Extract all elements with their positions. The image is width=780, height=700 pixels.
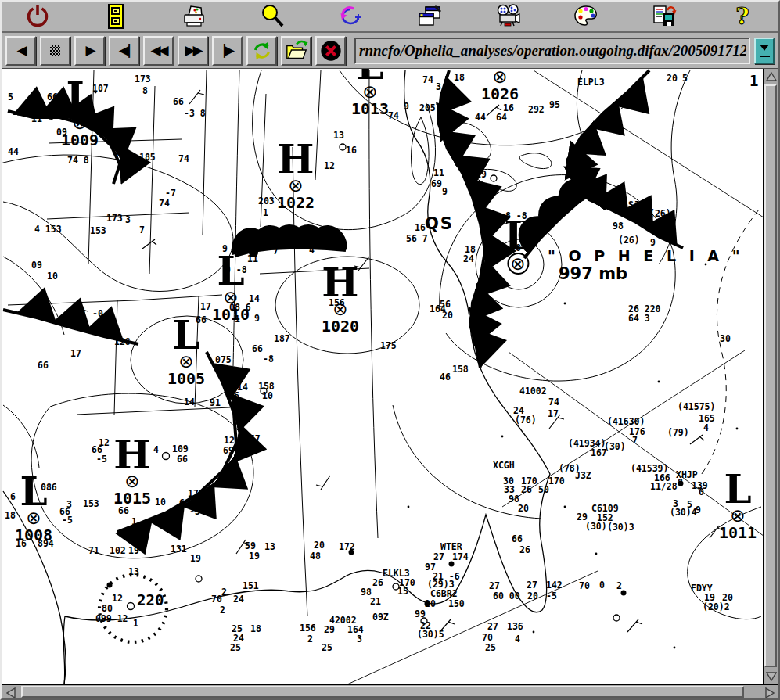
pressure-center: H⊗1020 <box>322 267 359 334</box>
palette-icon <box>573 4 598 29</box>
file-cabinet-icon <box>103 4 128 29</box>
pressure-center: L⊗1008 <box>15 476 52 543</box>
rotate-icon <box>338 4 363 29</box>
export-icon <box>652 4 677 29</box>
fast-forward-button[interactable]: ▶▶ <box>178 36 208 66</box>
scroll-up-button[interactable] <box>764 69 778 84</box>
frame-back-button[interactable]: ◀| <box>109 36 139 66</box>
weather-chart[interactable]: 566107173866-3 811094419218574 874-77417… <box>2 69 763 684</box>
reload-icon <box>250 39 274 63</box>
content-area: 566107173866-3 811094419218574 874-77417… <box>2 69 778 700</box>
windows-button[interactable] <box>414 2 445 31</box>
stop-button[interactable] <box>40 36 70 66</box>
rewind-button[interactable]: ◀◀ <box>143 36 174 66</box>
pressure-center: H⊗1015 <box>113 439 151 506</box>
open-file-button[interactable] <box>281 36 311 66</box>
pressure-center: L⊗ <box>504 220 531 275</box>
help-button[interactable]: ? <box>727 2 758 31</box>
fast-forward-icon: ▶▶ <box>185 44 200 57</box>
app-window: ? ◀ ▶ ◀| ◀◀ ▶▶ |▶ <box>0 0 780 700</box>
horizontal-scrollbar[interactable] <box>2 684 778 700</box>
frame-forward-button[interactable]: |▶ <box>212 36 243 66</box>
help-icon: ? <box>730 4 755 29</box>
colors-button[interactable] <box>570 2 602 31</box>
pressure-center: ⊗1026 <box>481 69 519 102</box>
storm-name-label: " O P H E L I A " <box>548 247 744 264</box>
rewind-icon: ◀◀ <box>150 44 166 57</box>
pressure-center: H⊗1022 <box>277 143 315 210</box>
stop-icon <box>50 45 60 56</box>
scroll-down-icon <box>766 672 777 681</box>
close-icon <box>319 39 343 63</box>
export-button[interactable] <box>649 2 680 31</box>
pressure-center: L⊗1009 <box>61 81 99 148</box>
pressure-centers-layer: L⊗1009L⊗1013⊗1026H⊗1022L⊗1010H⊗1020L⊗100… <box>2 69 763 684</box>
open-folder-icon <box>285 39 308 63</box>
pressure-center: L⊗1010 <box>212 255 250 322</box>
projector-icon <box>495 4 520 29</box>
step-reverse-button[interactable]: ◀ <box>5 36 36 66</box>
search-icon <box>260 4 285 29</box>
scroll-left-icon <box>6 687 16 698</box>
scroll-right-button[interactable] <box>760 685 779 700</box>
print-button[interactable] <box>178 2 210 31</box>
svg-text:?: ? <box>735 4 749 29</box>
horizontal-scroll-thumb[interactable] <box>21 686 744 698</box>
printer-icon <box>182 4 207 29</box>
dropdown-arrow-icon <box>760 45 769 56</box>
pressure-center: L⊗1013 <box>351 69 389 117</box>
windows-icon <box>417 4 442 29</box>
scroll-left-button[interactable] <box>2 685 20 700</box>
scroll-down-button[interactable] <box>764 669 778 684</box>
front-label: QS <box>425 214 454 233</box>
play-icon: ▶ <box>85 44 93 57</box>
reload-button[interactable] <box>246 36 277 66</box>
main-toolbar: ? <box>2 2 778 33</box>
path-dropdown-button[interactable] <box>754 38 775 64</box>
step-reverse-icon: ◀ <box>16 44 24 57</box>
power-button[interactable] <box>22 2 53 31</box>
rotate-button[interactable] <box>335 2 366 31</box>
scroll-up-icon <box>766 72 777 81</box>
scroll-right-icon <box>765 687 775 698</box>
vertical-scrollbar[interactable] <box>763 69 778 684</box>
nav-toolbar: ◀ ▶ ◀| ◀◀ ▶▶ |▶ <box>2 33 778 69</box>
frame-forward-icon: |▶ <box>222 44 232 57</box>
path-input[interactable] <box>354 38 750 64</box>
close-button[interactable] <box>315 36 346 66</box>
pressure-center: L⊗1005 <box>167 319 205 386</box>
pressure-center: L⊗1011 <box>719 473 757 540</box>
storm-pressure-label: 997 mb <box>559 264 627 283</box>
frame-back-icon: ◀| <box>119 44 129 57</box>
animation-button[interactable] <box>492 2 523 31</box>
dropdown-bar-icon <box>760 56 770 57</box>
file-cabinet-button[interactable] <box>100 2 131 31</box>
play-button[interactable]: ▶ <box>74 36 105 66</box>
vertical-scroll-thumb[interactable] <box>764 84 777 667</box>
search-button[interactable] <box>257 2 288 31</box>
power-icon <box>25 4 50 29</box>
